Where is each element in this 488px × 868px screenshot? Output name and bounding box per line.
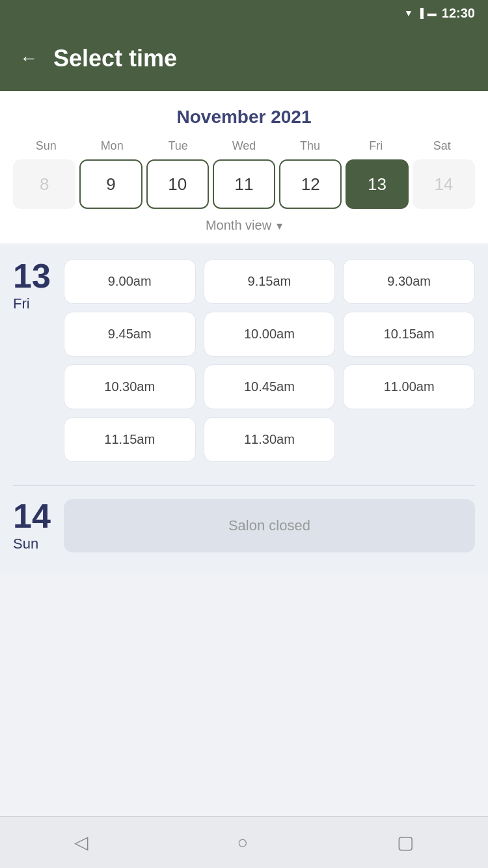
time-section-13: 13 Fri 9.00am 9.15am 9.30am 9.45am 10.00… — [0, 246, 488, 485]
weekday-sun: Sun — [13, 139, 79, 153]
weekday-row: Sun Mon Tue Wed Thu Fri Sat — [13, 139, 475, 153]
closed-inner: 14 Sun Salon closed — [13, 499, 475, 552]
day-number-14: 14 — [13, 499, 51, 533]
date-8: 8 — [13, 159, 75, 209]
time-slot-1130am[interactable]: 11.30am — [204, 417, 336, 462]
weekday-fri: Fri — [343, 139, 409, 153]
time-slot-945am[interactable]: 9.45am — [64, 312, 196, 357]
app-header: ← Select time — [0, 26, 488, 91]
nav-recent-button[interactable]: ▢ — [397, 832, 414, 853]
date-12[interactable]: 12 — [279, 159, 342, 209]
month-year-label: November 2021 — [13, 107, 475, 128]
day-name-14: Sun — [13, 536, 51, 552]
date-14: 14 — [413, 159, 475, 209]
status-icons: ▼ ▐ ▬ — [404, 8, 437, 18]
time-slot-900am[interactable]: 9.00am — [64, 259, 196, 304]
time-slot-915am[interactable]: 9.15am — [204, 259, 336, 304]
weekday-tue: Tue — [145, 139, 211, 153]
closed-message: Salon closed — [64, 499, 475, 552]
weekday-wed: Wed — [211, 139, 277, 153]
day-header-13: 13 Fri 9.00am 9.15am 9.30am 9.45am 10.00… — [13, 259, 475, 462]
time-slot-930am[interactable]: 9.30am — [343, 259, 475, 304]
weekday-mon: Mon — [79, 139, 144, 153]
day-info-14: 14 Sun — [13, 499, 51, 552]
time-slot-1045am[interactable]: 10.45am — [204, 364, 336, 409]
time-slot-1030am[interactable]: 10.30am — [64, 364, 196, 409]
date-13[interactable]: 13 — [346, 159, 408, 209]
calendar-section: November 2021 Sun Mon Tue Wed Thu Fri Sa… — [0, 91, 488, 243]
weekday-thu: Thu — [277, 139, 343, 153]
back-button[interactable]: ← — [20, 48, 38, 69]
date-10[interactable]: 10 — [146, 159, 209, 209]
nav-home-button[interactable]: ○ — [237, 832, 249, 853]
day-info-13: 13 Fri — [13, 259, 51, 312]
dates-row: 8 9 10 11 12 13 14 — [13, 159, 475, 209]
page-title: Select time — [53, 45, 177, 72]
time-grid-13: 9.00am 9.15am 9.30am 9.45am 10.00am 10.1… — [64, 259, 475, 462]
month-view-toggle[interactable]: Month view ▾ — [13, 218, 475, 233]
status-time: 12:30 — [442, 6, 475, 21]
battery-icon: ▬ — [427, 8, 437, 18]
wifi-icon: ▼ — [404, 8, 413, 18]
day-number-13: 13 — [13, 259, 51, 293]
day-name-13: Fri — [13, 295, 51, 312]
signal-icon: ▐ — [417, 8, 424, 18]
month-view-label[interactable]: Month view — [206, 218, 271, 233]
chevron-down-icon[interactable]: ▾ — [277, 219, 282, 233]
bottom-navigation: ◁ ○ ▢ — [0, 816, 488, 868]
status-bar: ▼ ▐ ▬ 12:30 — [0, 0, 488, 26]
nav-back-button[interactable]: ◁ — [74, 832, 88, 853]
time-slot-1115am[interactable]: 11.15am — [64, 417, 196, 462]
closed-section-14: 14 Sun Salon closed — [0, 486, 488, 572]
date-9[interactable]: 9 — [79, 159, 142, 209]
weekday-sat: Sat — [409, 139, 475, 153]
time-slot-1015am[interactable]: 10.15am — [343, 312, 475, 357]
time-slot-1100am[interactable]: 11.00am — [343, 364, 475, 409]
time-slot-1000am[interactable]: 10.00am — [204, 312, 336, 357]
date-11[interactable]: 11 — [213, 159, 275, 209]
